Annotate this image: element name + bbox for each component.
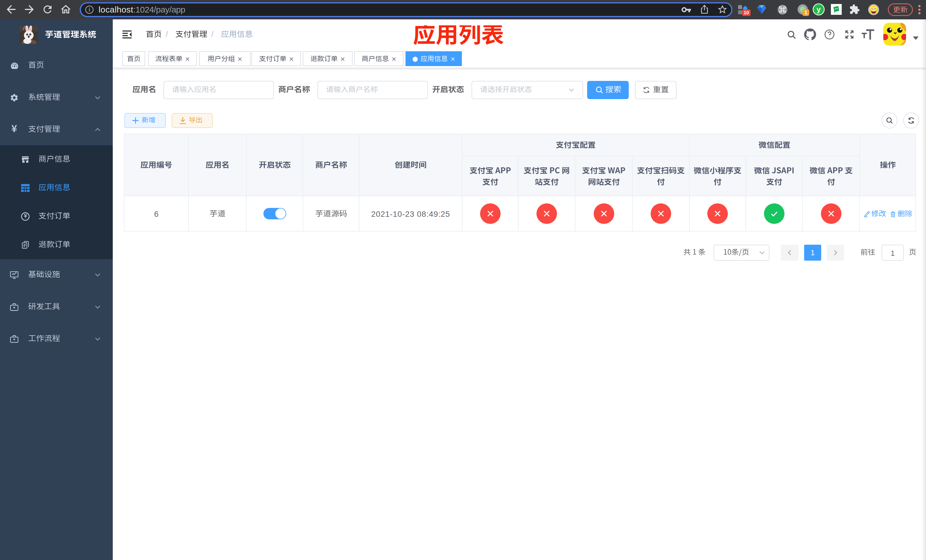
svg-text:y: y	[817, 5, 821, 14]
